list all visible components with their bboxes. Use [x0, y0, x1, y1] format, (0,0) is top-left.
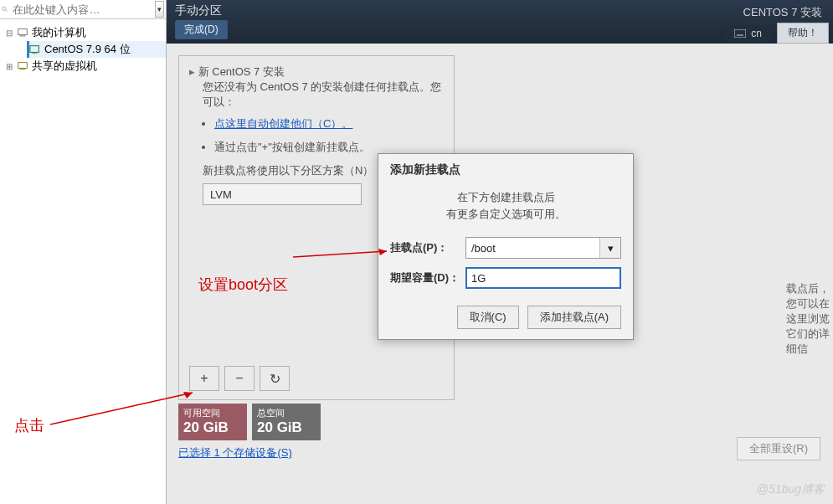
reset-all-button[interactable]: 全部重设(R)	[737, 437, 820, 460]
shared-icon	[17, 60, 28, 72]
search-input[interactable]	[11, 3, 155, 17]
partition-desc: 您还没有为 CentOS 7 的安装创建任何挂载点。您可以：	[203, 80, 444, 110]
search-row: ▾	[0, 0, 166, 19]
total-space-value: 20 GiB	[257, 419, 316, 436]
dialog-title: 添加新挂载点	[390, 162, 621, 177]
mount-toolbar: + − ↻	[189, 366, 290, 391]
keyboard-indicator[interactable]: cn	[724, 25, 772, 42]
tree-label: 共享的虚拟机	[32, 59, 97, 74]
mountpoint-combo[interactable]: /boot ▾	[465, 237, 621, 259]
svg-rect-5	[18, 63, 28, 69]
done-button[interactable]: 完成(D)	[175, 20, 228, 39]
keyboard-icon	[734, 29, 746, 38]
svg-rect-2	[18, 29, 28, 35]
tree-label: CentOS 7.9 64 位	[44, 42, 131, 57]
svg-line-1	[6, 10, 8, 12]
storage-selected-link[interactable]: 已选择 1 个存储设备(S)	[178, 445, 821, 460]
scheme-select[interactable]: LVM	[203, 183, 362, 205]
total-space-label: 总空间	[257, 407, 316, 419]
svg-point-0	[3, 7, 6, 10]
available-space-value: 20 GiB	[183, 419, 242, 436]
dialog-description: 在下方创建挂载点后 有更多自定义选项可用。	[390, 189, 621, 222]
scheme-value: LVM	[210, 188, 232, 201]
vm-icon	[29, 44, 41, 55]
distro-title: CENTOS 7 安装	[737, 3, 829, 22]
annotation-click: 点击	[14, 415, 44, 435]
chevron-down-icon[interactable]: ▾	[599, 238, 620, 258]
search-dropdown[interactable]: ▾	[155, 1, 164, 18]
vm-tree: ⊟ 我的计算机 CentOS 7.9 64 位 ⊞ 共享的虚拟机	[0, 19, 166, 75]
capacity-label: 期望容量(D)：	[390, 270, 465, 285]
partition-heading[interactable]: 新 CentOS 7 安装	[189, 64, 444, 80]
add-mountpoint-button[interactable]: 添加挂载点(A)	[527, 306, 621, 329]
help-button[interactable]: 帮助！	[777, 23, 829, 44]
cancel-button[interactable]: 取消(C)	[457, 306, 519, 329]
available-space-card: 可用空间 20 GiB	[178, 404, 247, 440]
kbd-layout: cn	[751, 28, 762, 39]
list-item: 点这里自动创建他们（C）。	[214, 116, 444, 131]
add-mount-button[interactable]: +	[189, 366, 219, 391]
search-icon	[2, 3, 8, 15]
auto-create-link[interactable]: 点这里自动创建他们（C）。	[214, 117, 352, 130]
available-space-label: 可用空间	[183, 407, 242, 419]
svg-rect-4	[30, 46, 39, 53]
svg-rect-3	[20, 36, 26, 37]
annotation-set-boot: 设置boot分区	[198, 275, 288, 295]
mountpoint-label: 挂载点(P)：	[390, 240, 465, 255]
topbar: 手动分区 完成(D) CENTOS 7 安装 cn 帮助！	[167, 0, 833, 44]
tree-shared-vm[interactable]: ⊞ 共享的虚拟机	[5, 58, 166, 75]
detail-hint-text: 载点后，您可以在这里浏览它们的详细信	[786, 281, 833, 357]
tree-label: 我的计算机	[32, 25, 86, 40]
total-space-card: 总空间 20 GiB	[252, 404, 321, 440]
expander-icon[interactable]: ⊟	[5, 28, 13, 38]
expander-icon[interactable]: ⊞	[5, 62, 13, 71]
computer-icon	[17, 27, 28, 39]
add-mount-dialog: 添加新挂载点 在下方创建挂载点后 有更多自定义选项可用。 挂载点(P)： /bo…	[378, 153, 634, 340]
tree-root-mycomputer[interactable]: ⊟ 我的计算机	[5, 24, 166, 41]
capacity-input[interactable]	[465, 267, 621, 289]
svg-rect-6	[734, 29, 746, 38]
refresh-button[interactable]: ↻	[260, 366, 290, 391]
mountpoint-value: /boot	[471, 242, 496, 255]
space-summary: 可用空间 20 GiB 总空间 20 GiB	[178, 404, 821, 440]
tree-vm-centos[interactable]: CentOS 7.9 64 位	[27, 41, 166, 58]
watermark: @51bug博客	[757, 482, 825, 497]
page-title: 手动分区	[175, 3, 222, 18]
remove-mount-button[interactable]: −	[224, 366, 255, 391]
